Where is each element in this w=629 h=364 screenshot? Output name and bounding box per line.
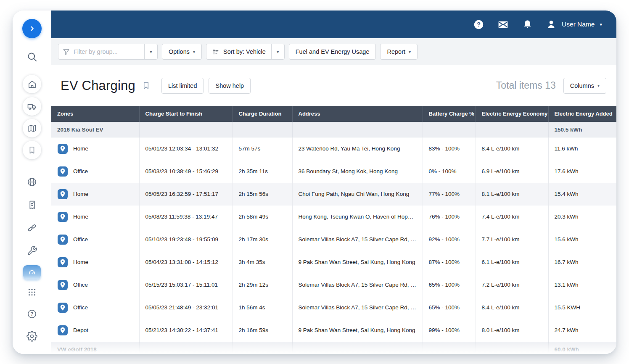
charge-record-row[interactable]: Home05/08/23 11:59:38 - 13:19:472h 58m 4… <box>51 206 616 228</box>
sidebar-item-globe[interactable] <box>26 177 37 187</box>
sort-dropdown-button[interactable]: ▾ <box>271 44 284 59</box>
messages-button[interactable] <box>497 18 509 31</box>
cell-battery-charge: 99% - 100% <box>423 319 476 342</box>
expand-sidebar-button[interactable] <box>22 19 42 38</box>
options-button[interactable]: Options ▾ <box>162 44 202 60</box>
header-energy-economy[interactable]: Electric Energy Economy <box>476 106 548 122</box>
notifications-button[interactable] <box>522 19 533 30</box>
sidebar-item-ev-dashboard-active[interactable] <box>23 265 41 280</box>
sort-button[interactable]: Sort by: Vehicle <box>206 44 271 59</box>
charge-record-row[interactable]: Office05/15/23 15:03:17 - 15:11:012h 29m… <box>51 274 616 296</box>
report-button[interactable]: Report ▾ <box>380 44 418 60</box>
show-help-button[interactable]: Show help <box>209 78 251 94</box>
cell-battery-charge: 83% - 100% <box>423 137 476 160</box>
fuel-ev-energy-usage-button[interactable]: Fuel and EV Energy Usage <box>289 44 376 60</box>
zone-label: Office <box>73 282 88 288</box>
list-limited-label: List limited <box>168 82 197 89</box>
zone-pin-icon <box>57 280 68 290</box>
table-body: 2016 Kia Soul EV150.5 kWhHome05/01/23 12… <box>51 122 616 354</box>
zone-pin-icon <box>57 143 68 154</box>
user-menu[interactable]: User Name ▾ <box>546 19 602 30</box>
zone-label: Home <box>73 259 88 265</box>
favorite-bookmark-button[interactable] <box>142 81 151 90</box>
sidebar-item-reports[interactable] <box>27 200 37 210</box>
top-navbar: ? User Name ▾ <box>51 11 616 38</box>
cell-energy-added: 16.7 kWh <box>548 251 616 274</box>
charge-record-row[interactable]: Office05/03/23 10:38:49 - 15:46:292h 35m… <box>51 160 616 183</box>
ev-charging-table: Zones Charge Start to Finish Charge Dura… <box>51 106 616 354</box>
list-limited-button[interactable]: List limited <box>161 78 204 94</box>
group-spacer <box>139 342 233 354</box>
apps-grid-icon <box>26 287 37 298</box>
header-charge-duration[interactable]: Charge Duration <box>233 106 292 122</box>
cell-energy-added: 15.6 kWh <box>548 228 616 251</box>
cell-battery-charge: 92% - 100% <box>423 228 476 251</box>
caret-down-icon: ▾ <box>409 50 411 54</box>
sidebar-item-vehicles[interactable] <box>23 97 41 116</box>
sidebar-item-maintenance[interactable] <box>27 245 37 256</box>
group-filter-input[interactable] <box>74 48 140 55</box>
cell-charge-duration: 1h 56m 4s <box>233 296 292 319</box>
sidebar-item-home[interactable] <box>23 75 41 93</box>
cell-zone: Office <box>51 274 139 296</box>
cell-battery-charge: 0% - 100% <box>423 160 476 183</box>
sidebar-item-bookmarks[interactable] <box>23 141 41 159</box>
header-charge-start-finish[interactable]: Charge Start to Finish <box>139 106 233 122</box>
vehicle-group-row[interactable]: VW eGolf 201860.0 kWh <box>51 342 616 354</box>
charge-record-row[interactable]: Home05/05/23 16:32:59 - 17:51:172h 15m 5… <box>51 183 616 206</box>
filter-funnel-icon <box>63 48 70 55</box>
vehicle-group-row[interactable]: 2016 Kia Soul EV150.5 kWh <box>51 122 616 137</box>
zone-pin-icon <box>57 211 68 222</box>
header-energy-added[interactable]: Electric Energy Added <box>548 106 616 122</box>
cell-zone: Home <box>51 137 139 160</box>
charge-record-row[interactable]: Office05/10/23 19:23:48 - 19:55:092h 17m… <box>51 228 616 251</box>
charge-record-row[interactable]: Depot05/21/23 14:30:22 - 14:37:412h 16m … <box>51 319 616 342</box>
cell-battery-charge: 77% - 100% <box>423 183 476 206</box>
cell-charge-period: 05/05/23 16:32:59 - 17:51:17 <box>139 183 233 206</box>
cell-charge-period: 05/10/23 19:23:48 - 19:55:09 <box>139 228 233 251</box>
mail-icon <box>497 18 509 31</box>
header-zones[interactable]: Zones <box>51 106 139 122</box>
checklist-icon <box>27 200 37 210</box>
cell-energy-economy: 8.4 L-e/100 km <box>476 296 548 319</box>
home-icon <box>27 79 37 89</box>
zone-pin-icon <box>57 325 68 336</box>
main-area: ? User Name ▾ ▾ Opti <box>51 11 616 354</box>
sidebar-item-search[interactable] <box>26 51 38 63</box>
charge-record-row[interactable]: Home05/04/23 13:31:08 - 14:15:123h 4m 35… <box>51 251 616 274</box>
total-items: Total items 13 <box>496 80 556 91</box>
gauge-icon <box>27 268 37 277</box>
zone-label: Office <box>73 236 88 243</box>
sidebar-item-settings[interactable] <box>26 331 37 342</box>
zone-label: Depot <box>73 327 88 333</box>
group-total-energy-added: 150.5 kWh <box>548 122 616 137</box>
cell-zone: Home <box>51 206 139 228</box>
zone-pin-icon <box>57 234 68 245</box>
sidebar-item-help[interactable]: ? <box>26 309 37 319</box>
charge-record-row[interactable]: Home05/01/23 12:03:34 - 13:01:3257m 57s2… <box>51 137 616 160</box>
cell-charge-duration: 2h 58m 49s <box>233 206 292 228</box>
cell-zone: Home <box>51 183 139 206</box>
cell-energy-economy: 8.4 L-e/100 km <box>476 137 548 160</box>
group-spacer <box>423 342 476 354</box>
user-icon <box>546 19 557 30</box>
group-spacer <box>292 122 423 137</box>
cell-charge-duration: 2h 16m 59s <box>233 319 292 342</box>
header-battery-charge[interactable]: Battery Charge % <box>423 106 476 122</box>
cell-battery-charge: 87% - 100% <box>423 251 476 274</box>
group-filter-dropdown-button[interactable]: ▾ <box>144 44 157 59</box>
columns-button[interactable]: Columns ▾ <box>563 78 606 94</box>
zone-label: Office <box>73 304 88 311</box>
header-address[interactable]: Address <box>292 106 423 122</box>
charge-record-row[interactable]: Office05/05/23 21:48:49 - 23:32:011h 56m… <box>51 296 616 319</box>
cell-battery-charge: 76% - 100% <box>423 206 476 228</box>
help-button[interactable]: ? <box>473 19 484 30</box>
fuel-ev-energy-usage-label: Fuel and EV Energy Usage <box>296 48 370 55</box>
cell-address: Solemar Villas Block A7, 15 Silver Cape … <box>292 228 423 251</box>
sidebar-item-links[interactable] <box>26 222 37 233</box>
zone-label: Home <box>73 191 88 197</box>
sidebar-item-apps[interactable] <box>26 287 37 298</box>
sidebar-item-map[interactable] <box>23 119 41 137</box>
cell-energy-added: 17.6 kWh <box>548 160 616 183</box>
cell-charge-period: 05/08/23 11:59:38 - 13:19:47 <box>139 206 233 228</box>
